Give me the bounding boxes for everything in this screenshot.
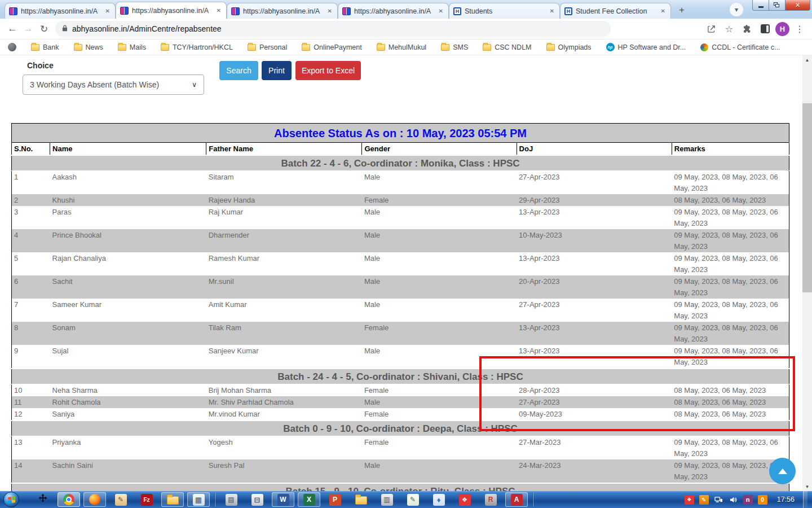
bookmark-item[interactable]: SMS: [441, 43, 468, 51]
scanner-taskbar-button[interactable]: ⊟: [246, 492, 268, 507]
scrollbar-thumb[interactable]: [802, 103, 812, 292]
file-explorer-taskbar-button[interactable]: [161, 492, 184, 507]
tray-volume-icon[interactable]: [729, 495, 738, 505]
tab-close-icon[interactable]: ✕: [104, 8, 111, 14]
print-scan-taskbar-button[interactable]: ▥: [376, 492, 398, 507]
browser-menu-kebab-icon[interactable]: ⋮: [792, 21, 807, 36]
cell-father-name: Dharmender: [206, 229, 362, 252]
cell-remarks: 09 May, 2023, 08 May, 2023, 06 May, 2023: [672, 322, 789, 345]
forward-button[interactable]: →: [20, 21, 36, 37]
remote-app-taskbar-button[interactable]: R: [479, 492, 502, 507]
back-button[interactable]: ←: [5, 21, 20, 37]
profile-avatar[interactable]: H: [775, 22, 789, 36]
word-taskbar-button[interactable]: W: [272, 492, 294, 507]
design-tool-taskbar-button[interactable]: ♦: [427, 492, 450, 507]
column-header: Gender: [362, 143, 517, 156]
move-tool-taskbar-button[interactable]: [32, 492, 54, 507]
cell-sno: 10: [12, 384, 50, 397]
tab-close-icon[interactable]: ✕: [549, 8, 555, 14]
tray-updates-icon[interactable]: 0: [758, 495, 767, 505]
column-header: Father Name: [206, 143, 362, 156]
folder-icon: [355, 496, 367, 505]
browser-tab[interactable]: https://abhyasonline.in/A✕: [5, 3, 116, 19]
firefox-taskbar-button[interactable]: [83, 492, 106, 507]
bookmark-item[interactable]: News: [74, 43, 103, 51]
browser-tab[interactable]: HStudents✕: [449, 3, 560, 19]
tab-close-icon[interactable]: ✕: [215, 7, 222, 14]
side-panel-icon[interactable]: [757, 21, 773, 36]
start-button[interactable]: [3, 492, 19, 507]
acrobat-taskbar-button[interactable]: A: [505, 492, 528, 507]
share-icon[interactable]: [703, 21, 719, 36]
tray-red-app-icon[interactable]: ❖: [685, 495, 694, 505]
lock-icon[interactable]: [62, 24, 68, 34]
filezilla-taskbar-button[interactable]: Fz: [135, 492, 158, 507]
cell-name: Aakash: [50, 171, 206, 195]
tab-search-chevron-icon[interactable]: ▾: [730, 3, 743, 16]
tray-network-icon[interactable]: [714, 495, 723, 505]
report-title-row: Absentee Status As on : 10 May, 2023 05:…: [12, 124, 789, 143]
abhyas-favicon: [9, 7, 17, 15]
browser-tab[interactable]: https://abhyasonline.in/A✕: [116, 2, 227, 19]
bookmark-item[interactable]: Bank: [31, 43, 59, 51]
design-tool-icon: ♦: [433, 494, 445, 506]
bookmark-item[interactable]: MehulMukul: [377, 43, 426, 51]
print-button[interactable]: Print: [262, 61, 292, 80]
search-button[interactable]: Search: [219, 61, 258, 80]
bookmark-item[interactable]: Mails: [118, 43, 146, 51]
browser-tab[interactable]: https://abhyasonline.in/A✕: [227, 3, 338, 19]
export-excel-button[interactable]: Export to Excel: [295, 61, 361, 80]
excel-taskbar-button[interactable]: X: [298, 492, 320, 507]
tab-close-icon[interactable]: ✕: [660, 8, 667, 14]
browser-tab[interactable]: https://abhyasonline.in/A✕: [338, 3, 449, 19]
bookmark-star-icon[interactable]: ☆: [721, 21, 737, 36]
cell-remarks: 09 May, 2023, 08 May, 2023, 06 May, 2023: [672, 206, 789, 229]
reload-button[interactable]: ↻: [36, 21, 52, 37]
folder-taskbar-button[interactable]: [350, 492, 372, 507]
print-scan-icon: ▥: [381, 494, 393, 506]
extensions-puzzle-icon[interactable]: [739, 21, 755, 36]
show-desktop-button[interactable]: [803, 491, 807, 508]
printer-icon: ▤: [226, 494, 237, 506]
browser-tab[interactable]: HStudent Fee Collection✕: [560, 3, 671, 19]
powerpoint-taskbar-button[interactable]: P: [324, 492, 346, 507]
scrollbar-up-arrow[interactable]: ▲: [802, 55, 812, 64]
bookmark-item[interactable]: CSC NDLM: [483, 43, 531, 51]
chrome-taskbar-button[interactable]: [58, 492, 80, 507]
bookmark-item[interactable]: TCY/Hartron/HKCL: [161, 43, 233, 51]
calculator-taskbar-button[interactable]: ▦: [187, 492, 210, 507]
address-bar[interactable]: abhyasonline.in/AdminCentre/repabsentee: [55, 21, 611, 37]
url-text: abhyasonline.in/AdminCentre/repabsentee: [72, 24, 222, 33]
cell-sno: 12: [12, 408, 50, 421]
notepad-taskbar-button[interactable]: ✎: [401, 492, 424, 507]
printer-taskbar-button[interactable]: ▤: [220, 492, 242, 507]
scroll-to-top-button[interactable]: [769, 458, 796, 484]
taskbar-clock[interactable]: 17:56: [777, 496, 795, 503]
page-scrollbar[interactable]: ▲ ▼: [802, 55, 812, 491]
choice-select[interactable]: 3 Working Days Absent (Batch Wise) ∨: [23, 75, 204, 95]
window-minimize-button[interactable]: [752, 0, 769, 11]
globe-bookmark-icon[interactable]: [8, 43, 16, 51]
tab-close-icon[interactable]: ✕: [326, 8, 333, 14]
bookmark-item[interactable]: OnlinePayment: [302, 43, 361, 51]
bookmark-item[interactable]: hpHP Software and Dr...: [606, 43, 686, 51]
bookmark-item[interactable]: Olympiads: [546, 43, 592, 51]
table-row: 8SonamTilak RamFemale13-Apr-202309 May, …: [12, 322, 789, 345]
window-restore-button[interactable]: [769, 0, 785, 11]
bookmark-label: MehulMukul: [389, 43, 426, 51]
paint-taskbar-button[interactable]: ✎: [109, 492, 132, 507]
cell-doj: 20-Apr-2023: [517, 275, 672, 299]
tray-onenote-icon[interactable]: n: [743, 495, 753, 505]
bookmark-folder-icon: [74, 44, 82, 51]
bookmark-item[interactable]: CCDL - Certificate c...: [700, 43, 780, 51]
tray-stamp-icon[interactable]: ✎: [699, 495, 709, 505]
red-app-taskbar-button[interactable]: ❖: [453, 492, 476, 507]
window-close-button[interactable]: ✕: [785, 0, 810, 11]
cell-gender: Male: [362, 171, 517, 195]
cell-father-name: Suresh Pal: [206, 459, 362, 483]
bookmark-item[interactable]: Personal: [248, 43, 287, 51]
scrollbar-down-arrow[interactable]: ▼: [802, 482, 812, 491]
tab-close-icon[interactable]: ✕: [438, 8, 444, 14]
new-tab-button[interactable]: +: [674, 3, 689, 17]
cell-gender: Female: [362, 436, 517, 460]
